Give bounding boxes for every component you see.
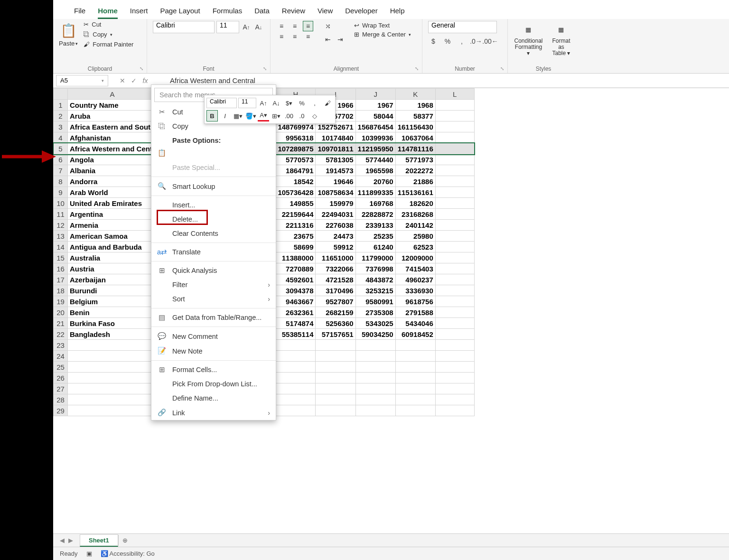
orientation-icon[interactable]: ⤭ bbox=[323, 21, 333, 31]
cell[interactable]: 161156430 bbox=[395, 121, 435, 132]
cell[interactable]: Burkina Faso bbox=[68, 318, 157, 329]
cell[interactable]: 22494031 bbox=[316, 209, 355, 220]
cell[interactable]: Azerbaijan bbox=[68, 274, 157, 285]
cell[interactable]: Africa Eastern and South bbox=[68, 121, 157, 132]
decrease-font-icon[interactable]: A↓ bbox=[253, 22, 264, 32]
cell[interactable] bbox=[316, 373, 355, 383]
tab-developer[interactable]: Developer bbox=[345, 4, 377, 19]
increase-font-icon[interactable]: A↑ bbox=[241, 22, 252, 32]
cell[interactable] bbox=[435, 121, 474, 132]
cell[interactable]: 20760 bbox=[355, 176, 395, 187]
cell[interactable]: 25235 bbox=[355, 231, 395, 242]
cell[interactable] bbox=[435, 383, 474, 394]
align-left-icon[interactable]: ≡ bbox=[276, 31, 287, 42]
row-header[interactable]: 11 bbox=[54, 209, 68, 220]
row-header[interactable]: 4 bbox=[54, 132, 68, 143]
cell[interactable]: 11799000 bbox=[355, 252, 395, 263]
cell[interactable]: 108758634 bbox=[316, 187, 355, 198]
tab-data[interactable]: Data bbox=[254, 4, 270, 19]
cell[interactable] bbox=[435, 198, 474, 209]
cell[interactable]: 107289875 bbox=[276, 143, 316, 154]
tab-view[interactable]: View bbox=[318, 4, 333, 19]
cell[interactable]: 5774440 bbox=[355, 154, 395, 165]
cell[interactable]: 2682159 bbox=[316, 307, 355, 318]
cell[interactable] bbox=[276, 373, 316, 383]
cell[interactable] bbox=[435, 231, 474, 242]
tab-review[interactable]: Review bbox=[282, 4, 305, 19]
cell[interactable]: 1967 bbox=[355, 100, 395, 111]
cell[interactable] bbox=[435, 351, 474, 362]
cell[interactable]: Belgium bbox=[68, 296, 157, 307]
cell[interactable]: 60918452 bbox=[395, 329, 435, 340]
merge-center-button[interactable]: ⊞Merge & Center ▾ bbox=[354, 30, 411, 39]
cell[interactable] bbox=[435, 296, 474, 307]
italic-icon[interactable]: I bbox=[219, 110, 231, 121]
cell[interactable]: 9463667 bbox=[276, 296, 316, 307]
decrease-indent-icon[interactable]: ⇤ bbox=[323, 34, 333, 45]
cell[interactable]: 2211316 bbox=[276, 220, 316, 231]
cell[interactable] bbox=[68, 340, 157, 351]
row-header[interactable]: 3 bbox=[54, 121, 68, 132]
cell[interactable]: 9956318 bbox=[276, 132, 316, 143]
cell[interactable]: 5256360 bbox=[316, 318, 355, 329]
cell[interactable]: American Samoa bbox=[68, 231, 157, 242]
align-right-icon[interactable]: ≡ bbox=[303, 31, 313, 42]
cell[interactable] bbox=[395, 351, 435, 362]
font-size-select[interactable]: 11 bbox=[216, 21, 239, 33]
cell[interactable] bbox=[435, 176, 474, 187]
row-header[interactable]: 21 bbox=[54, 318, 68, 329]
dialog-launcher-icon[interactable]: ⤡ bbox=[415, 66, 421, 72]
cell[interactable] bbox=[316, 351, 355, 362]
cell[interactable] bbox=[395, 383, 435, 394]
cell[interactable]: 3336930 bbox=[395, 285, 435, 296]
column-header[interactable]: A bbox=[68, 89, 157, 100]
cell[interactable] bbox=[395, 373, 435, 383]
cell[interactable] bbox=[435, 373, 474, 383]
sheet-nav-prev-icon[interactable]: ◀ bbox=[60, 537, 65, 544]
cell[interactable]: Bangladesh bbox=[68, 329, 157, 340]
cell[interactable] bbox=[395, 405, 435, 416]
cell[interactable]: 18542 bbox=[276, 176, 316, 187]
cell[interactable] bbox=[435, 132, 474, 143]
cell[interactable] bbox=[68, 351, 157, 362]
comma-icon[interactable]: , bbox=[457, 36, 467, 47]
row-header[interactable]: 22 bbox=[54, 329, 68, 340]
cell[interactable]: 156876454 bbox=[355, 121, 395, 132]
cell[interactable]: 1864791 bbox=[276, 165, 316, 176]
cell[interactable] bbox=[68, 383, 157, 394]
row-header[interactable]: 24 bbox=[54, 351, 68, 362]
cell[interactable]: 11651000 bbox=[316, 252, 355, 263]
font-family-select[interactable]: Calibri bbox=[153, 21, 215, 33]
cell[interactable]: 59912 bbox=[316, 242, 355, 252]
cell[interactable]: 12009000 bbox=[395, 252, 435, 263]
decrease-font-icon[interactable]: A↓ bbox=[271, 97, 282, 109]
align-center-icon[interactable]: ≡ bbox=[290, 31, 300, 42]
cell[interactable]: 9618756 bbox=[395, 296, 435, 307]
paste-button[interactable]: 📋 Paste▾ bbox=[59, 21, 78, 65]
menu-filter[interactable]: Filter› bbox=[151, 278, 276, 292]
cell[interactable]: 22828872 bbox=[355, 209, 395, 220]
cell[interactable] bbox=[435, 405, 474, 416]
cell[interactable] bbox=[435, 252, 474, 263]
sheet-nav-next-icon[interactable]: ▶ bbox=[68, 537, 73, 544]
cell[interactable] bbox=[276, 340, 316, 351]
row-header[interactable]: 18 bbox=[54, 285, 68, 296]
sheet-tab[interactable]: Sheet1 bbox=[80, 534, 118, 547]
menu-get-data[interactable]: ▤Get Data from Table/Range... bbox=[151, 310, 276, 325]
cell[interactable]: 1914573 bbox=[316, 165, 355, 176]
cell[interactable]: 1965598 bbox=[355, 165, 395, 176]
tab-insert[interactable]: Insert bbox=[130, 4, 148, 19]
tab-help[interactable]: Help bbox=[390, 4, 405, 19]
cell[interactable]: Andorra bbox=[68, 176, 157, 187]
cell[interactable] bbox=[435, 285, 474, 296]
cell[interactable] bbox=[355, 405, 395, 416]
column-header[interactable]: L bbox=[435, 89, 474, 100]
cell[interactable] bbox=[435, 209, 474, 220]
cell[interactable]: 24473 bbox=[316, 231, 355, 242]
cell[interactable] bbox=[316, 340, 355, 351]
row-header[interactable]: 17 bbox=[54, 274, 68, 285]
increase-decimal-icon[interactable]: .0→ bbox=[471, 36, 481, 47]
cell[interactable] bbox=[435, 263, 474, 274]
currency-icon[interactable]: $ bbox=[428, 36, 439, 47]
dialog-launcher-icon[interactable]: ⤡ bbox=[263, 66, 269, 72]
